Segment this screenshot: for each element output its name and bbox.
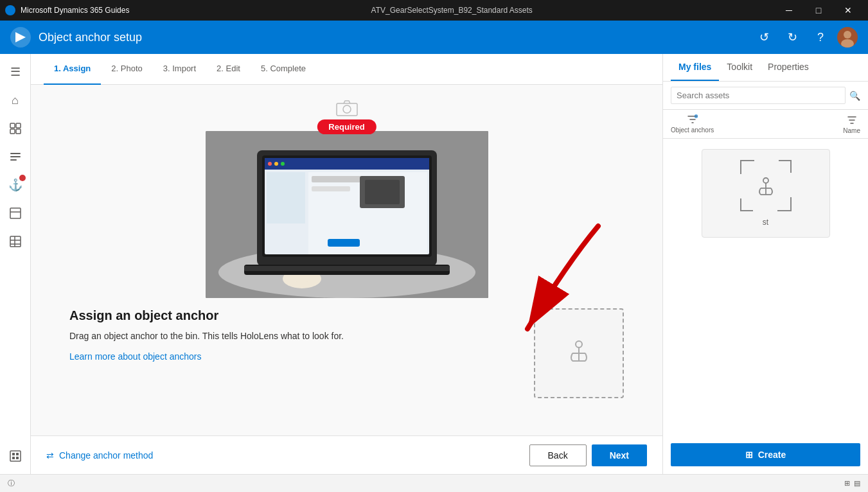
bracket-box [740, 160, 792, 211]
svg-point-22 [343, 105, 351, 113]
app-icon [5, 5, 15, 15]
app-bar: Object anchor setup ↺ ↻ ? [0, 21, 868, 54]
footer-buttons: Back Next [529, 444, 647, 466]
file-name: ATV_GearSelectSystem_B92_Standard Assets [371, 6, 533, 15]
tab-import[interactable]: 3. Import [153, 54, 206, 85]
content-area: 1. Assign 2. Photo 3. Import 2. Edit 5. … [31, 54, 868, 474]
text-section: Assign an object anchor Drag an object a… [69, 308, 508, 362]
required-badge: Required [317, 119, 376, 134]
main-layout: ☰ ⌂ ⚓ [0, 54, 868, 474]
sidebar-item-anchor[interactable]: ⚓ [3, 172, 28, 198]
right-panel-tabs: My files Toolkit Properties [663, 54, 868, 82]
bracket-corner-tr [779, 160, 792, 173]
step-content: Required [31, 85, 662, 435]
svg-rect-17 [12, 453, 15, 455]
asset-card-anchor[interactable]: st [702, 149, 830, 238]
svg-rect-35 [312, 186, 350, 191]
filter-label: Object anchors [671, 127, 714, 134]
svg-rect-19 [16, 453, 19, 455]
svg-rect-12 [10, 236, 21, 247]
svg-rect-18 [12, 457, 15, 459]
list-icon: ▤ [854, 479, 860, 488]
svg-point-50 [763, 178, 768, 183]
undo-button[interactable]: ↺ [752, 26, 775, 49]
sidebar-item-notes[interactable] [3, 443, 28, 469]
create-button[interactable]: ⊞ Create [671, 443, 860, 466]
tab-edit[interactable]: 2. Edit [206, 54, 251, 85]
bracket-corner-bl [740, 198, 753, 211]
app-title: Object anchor setup [39, 31, 142, 44]
main-panel: 1. Assign 2. Photo 3. Import 2. Edit 5. … [31, 54, 662, 474]
minimize-button[interactable]: ─ [774, 0, 804, 21]
change-anchor-method[interactable]: ⇄ Change anchor method [46, 450, 153, 461]
svg-point-43 [576, 341, 582, 347]
app-bar-icons: ↺ ↻ ? [752, 26, 858, 49]
sidebar-item-table[interactable] [3, 229, 28, 254]
change-anchor-label: Change anchor method [59, 450, 153, 461]
tab-complete[interactable]: 5. Complete [251, 54, 316, 85]
asset-label: st [763, 218, 768, 227]
camera-icon [334, 98, 360, 118]
anchor-image-container: Required [206, 131, 488, 298]
svg-point-2 [841, 39, 854, 48]
filter-object-anchors[interactable]: Object anchors [671, 114, 714, 134]
right-panel: My files Toolkit Properties 🔍 Object anc… [662, 54, 868, 474]
right-tab-myfiles[interactable]: My files [671, 54, 719, 81]
search-bar: 🔍 [663, 82, 868, 110]
svg-rect-4 [16, 123, 21, 128]
close-button[interactable]: ✕ [833, 0, 863, 21]
right-tab-properties[interactable]: Properties [760, 54, 817, 81]
drop-zone-anchor-icon [563, 335, 594, 372]
svg-rect-9 [10, 159, 17, 161]
drop-zone[interactable] [534, 308, 624, 398]
svg-rect-8 [10, 156, 21, 157]
search-icon: 🔍 [849, 91, 860, 101]
svg-rect-28 [265, 158, 429, 170]
window-controls: ─ □ ✕ [774, 0, 863, 21]
help-button[interactable]: ? [809, 26, 832, 49]
redo-button[interactable]: ↻ [781, 26, 804, 49]
sidebar-item-layout[interactable] [3, 200, 28, 226]
create-btn-label: Create [758, 450, 786, 460]
sidebar-item-home[interactable]: ⌂ [3, 87, 28, 113]
learn-link[interactable]: Learn more about object anchors [69, 351, 201, 362]
sidebar-item-dashboard[interactable] [3, 116, 28, 141]
assign-desc: Drag an object anchor to the bin. This t… [69, 329, 508, 343]
title-bar: Microsoft Dynamics 365 Guides ATV_GearSe… [0, 0, 868, 21]
svg-point-31 [281, 162, 285, 166]
info-icon: ⓘ [8, 479, 15, 488]
dynamics-logo [10, 27, 31, 48]
right-tab-toolkit[interactable]: Toolkit [719, 54, 760, 81]
svg-point-1 [844, 31, 851, 39]
svg-rect-16 [10, 451, 21, 461]
svg-rect-7 [10, 153, 21, 154]
sort-name[interactable]: Name [843, 114, 860, 134]
step-tabs: 1. Assign 2. Photo 3. Import 2. Edit 5. … [31, 54, 662, 85]
next-button[interactable]: Next [592, 444, 647, 466]
tab-photo[interactable]: 2. Photo [101, 54, 152, 85]
svg-point-29 [268, 162, 272, 166]
svg-rect-6 [16, 129, 21, 134]
app-name: Microsoft Dynamics 365 Guides [21, 6, 129, 15]
title-bar-left: Microsoft Dynamics 365 Guides [5, 5, 129, 15]
search-input[interactable] [671, 87, 846, 104]
user-avatar[interactable] [837, 27, 858, 48]
svg-rect-34 [312, 176, 363, 182]
sidebar: ☰ ⌂ ⚓ [0, 54, 31, 474]
status-bar-icons: ⊞ ▤ [844, 479, 860, 488]
content-row: Assign an object anchor Drag an object a… [69, 308, 624, 398]
anchor-image [206, 131, 488, 298]
sidebar-item-content[interactable] [3, 144, 28, 170]
sidebar-item-menu[interactable]: ☰ [3, 59, 28, 85]
svg-rect-38 [328, 239, 360, 247]
maximize-button[interactable]: □ [804, 0, 833, 21]
photo-placeholder [69, 98, 624, 118]
assign-title: Assign an object anchor [69, 308, 508, 323]
svg-rect-42 [244, 266, 450, 271]
tab-assign[interactable]: 1. Assign [44, 54, 101, 85]
back-button[interactable]: Back [529, 444, 587, 466]
svg-rect-37 [365, 180, 400, 204]
anchor-badge [19, 175, 26, 181]
svg-rect-3 [10, 123, 15, 128]
laptop-svg [206, 131, 488, 298]
